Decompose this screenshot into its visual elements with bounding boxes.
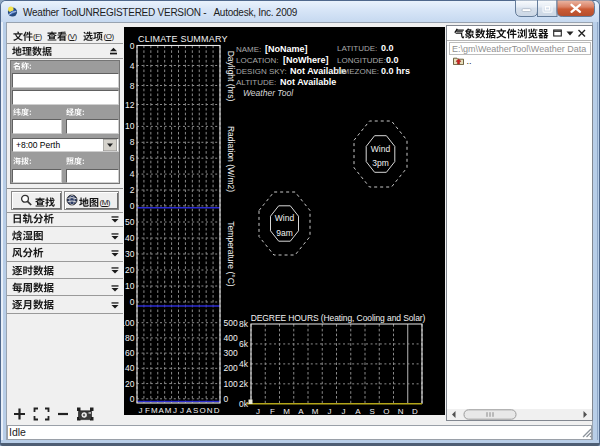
svg-text:Daylight (hrs): Daylight (hrs) <box>226 51 236 102</box>
svg-text:Weather Tool: Weather Tool <box>243 88 294 98</box>
svg-text:8: 8 <box>130 137 135 147</box>
svg-text:0.0 hrs: 0.0 hrs <box>381 66 410 76</box>
svg-text:40: 40 <box>125 233 135 243</box>
svg-text:O: O <box>200 406 206 415</box>
svg-text:S: S <box>369 407 374 415</box>
svg-text:J: J <box>256 407 260 415</box>
svg-text:8k: 8k <box>239 319 249 329</box>
svg-text:0: 0 <box>130 41 135 51</box>
svg-text:A: A <box>186 406 192 415</box>
svg-text:50: 50 <box>125 217 135 227</box>
svg-text:M: M <box>312 407 319 415</box>
svg-text:Temperature (°C): Temperature (°C) <box>226 221 236 286</box>
svg-text:60: 60 <box>125 348 135 358</box>
svg-text:A: A <box>159 406 165 415</box>
svg-text:LATITUDE:: LATITUDE: <box>337 44 377 53</box>
svg-text:2k: 2k <box>239 379 249 389</box>
svg-text:CLIMATE SUMMARY: CLIMATE SUMMARY <box>138 34 228 44</box>
svg-text:[NoWhere]: [NoWhere] <box>283 55 329 65</box>
svg-text:4k: 4k <box>239 359 249 369</box>
svg-text:D: D <box>412 407 418 415</box>
svg-text:500: 500 <box>224 318 238 328</box>
svg-text:3pm: 3pm <box>372 158 389 168</box>
svg-text:J: J <box>342 407 346 415</box>
svg-text:NAME:: NAME: <box>236 45 261 54</box>
svg-text:0: 0 <box>130 297 135 307</box>
svg-text:0: 0 <box>130 201 135 211</box>
svg-text:20: 20 <box>125 265 135 275</box>
svg-text:A: A <box>355 407 361 415</box>
svg-text:N: N <box>398 407 404 415</box>
svg-text:30: 30 <box>125 249 135 259</box>
svg-text:DESIGN SKY:: DESIGN SKY: <box>236 67 287 76</box>
svg-text:80: 80 <box>125 333 135 343</box>
svg-text:O: O <box>383 407 389 415</box>
svg-text:100: 100 <box>224 379 238 389</box>
svg-text:6: 6 <box>130 153 135 163</box>
svg-text:S: S <box>193 406 198 415</box>
svg-text:400: 400 <box>224 333 238 343</box>
svg-text:8: 8 <box>130 81 135 91</box>
svg-text:2: 2 <box>130 185 135 195</box>
svg-text:F: F <box>145 406 150 415</box>
svg-text:M: M <box>151 406 158 415</box>
svg-text:0.0: 0.0 <box>386 55 399 65</box>
svg-text:40: 40 <box>125 363 135 373</box>
svg-text:LONGITUDE:: LONGITUDE: <box>337 56 386 65</box>
svg-text:100: 100 <box>124 318 135 328</box>
svg-text:DEGREE HOURS (Heating, Cooling: DEGREE HOURS (Heating, Cooling and Solar… <box>251 313 426 323</box>
svg-text:M: M <box>283 407 290 415</box>
svg-text:10: 10 <box>125 121 135 131</box>
svg-text:J: J <box>180 406 184 415</box>
svg-text:9am: 9am <box>276 228 293 238</box>
svg-text:TIMEZONE:: TIMEZONE: <box>336 67 380 76</box>
svg-text:A: A <box>298 407 304 415</box>
svg-text:LOCATION:: LOCATION: <box>236 56 279 65</box>
svg-text:Wind: Wind <box>275 213 295 223</box>
svg-text:N: N <box>207 406 213 415</box>
svg-text:6k: 6k <box>239 339 249 349</box>
svg-text:F: F <box>270 407 275 415</box>
svg-text:J: J <box>327 407 331 415</box>
svg-text:200: 200 <box>224 363 238 373</box>
svg-text:M: M <box>165 406 172 415</box>
svg-text:0: 0 <box>224 394 229 404</box>
svg-text:J: J <box>173 406 177 415</box>
svg-text:300: 300 <box>224 348 238 358</box>
svg-text:0.0: 0.0 <box>381 43 394 53</box>
svg-text:J: J <box>138 406 142 415</box>
svg-text:4: 4 <box>130 169 135 179</box>
svg-text:Radiation (W/m2): Radiation (W/m2) <box>226 126 236 192</box>
svg-text:D: D <box>214 406 220 415</box>
svg-text:12: 12 <box>125 100 135 110</box>
svg-text:0: 0 <box>130 394 135 404</box>
svg-text:10: 10 <box>125 281 135 291</box>
svg-text:ALTITUDE:: ALTITUDE: <box>236 78 276 87</box>
svg-text:0k: 0k <box>239 399 249 409</box>
svg-text:4: 4 <box>130 61 135 71</box>
svg-text:20: 20 <box>125 379 135 389</box>
svg-text:Wind: Wind <box>371 144 391 154</box>
svg-text:[NoName]: [NoName] <box>265 44 308 54</box>
svg-text:Not Available: Not Available <box>280 77 336 87</box>
